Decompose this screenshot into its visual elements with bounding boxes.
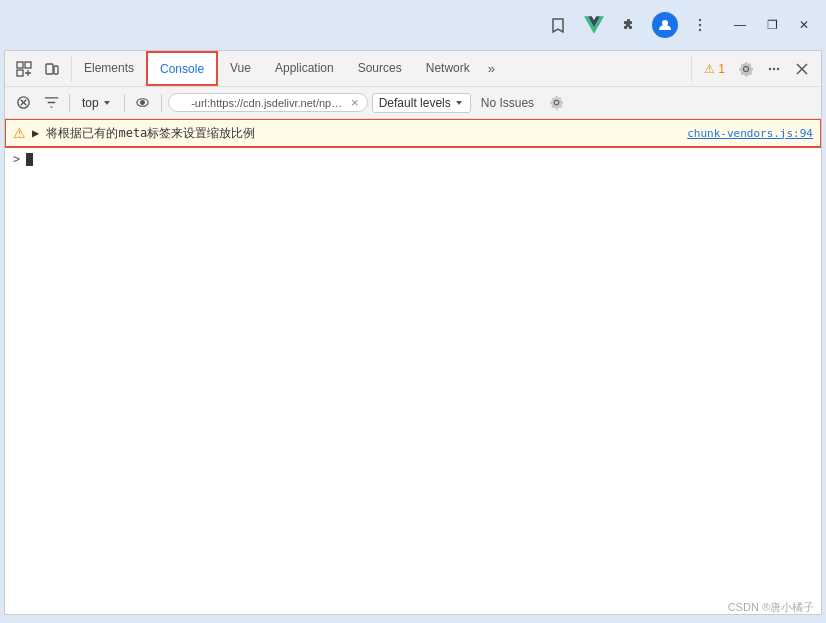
warning-source-link[interactable]: chunk-vendors.js:94 bbox=[687, 127, 813, 140]
warning-count: 1 bbox=[718, 62, 725, 76]
warning-icon: ⚠ bbox=[13, 125, 26, 141]
settings-icon[interactable] bbox=[733, 56, 759, 82]
toolbar-divider-2 bbox=[124, 94, 125, 112]
watermark: CSDN ®唐小橘子 bbox=[728, 600, 814, 615]
clear-console-icon[interactable] bbox=[11, 91, 35, 115]
tab-bar-right: ⚠ 1 bbox=[691, 56, 821, 82]
svg-rect-5 bbox=[25, 62, 31, 68]
levels-label: Default levels bbox=[379, 96, 451, 110]
more-tabs-button[interactable]: » bbox=[482, 51, 501, 86]
tab-elements[interactable]: Elements bbox=[72, 51, 146, 86]
context-dropdown[interactable]: top bbox=[76, 94, 118, 112]
eye-icon[interactable] bbox=[131, 91, 155, 115]
svg-point-2 bbox=[699, 24, 701, 26]
console-content: ⚠ ▶ 将根据已有的meta标签来设置缩放比例 chunk-vendors.js… bbox=[5, 119, 821, 614]
tab-bar-left-icons bbox=[5, 56, 72, 82]
minimize-button[interactable]: — bbox=[726, 11, 754, 39]
window-controls: — ❐ ✕ bbox=[726, 11, 818, 39]
input-cursor[interactable] bbox=[26, 153, 33, 166]
tab-vue[interactable]: Vue bbox=[218, 51, 263, 86]
svg-point-11 bbox=[777, 67, 779, 69]
inspect-element-icon[interactable] bbox=[11, 56, 37, 82]
close-button[interactable]: ✕ bbox=[790, 11, 818, 39]
svg-point-1 bbox=[699, 19, 701, 21]
title-bar-icons bbox=[544, 11, 714, 39]
filter-chip[interactable]: -url:https://cdn.jsdelivr.net/npm/vu × bbox=[168, 93, 368, 112]
no-issues-label: No Issues bbox=[475, 96, 540, 110]
svg-rect-6 bbox=[17, 70, 23, 76]
warning-triangle-icon: ⚠ bbox=[704, 62, 715, 76]
filter-text: -url:https://cdn.jsdelivr.net/npm/vu bbox=[191, 97, 347, 109]
toolbar-divider-1 bbox=[69, 94, 70, 112]
filter-chip-close-icon[interactable]: × bbox=[351, 95, 359, 110]
devtools-close-icon[interactable] bbox=[789, 56, 815, 82]
warning-badge[interactable]: ⚠ 1 bbox=[698, 60, 731, 78]
filter-icon[interactable] bbox=[39, 91, 63, 115]
device-toolbar-icon[interactable] bbox=[39, 56, 65, 82]
warning-message[interactable]: ▶ 将根据已有的meta标签来设置缩放比例 bbox=[32, 125, 681, 142]
tabs-container: Elements Console Vue Application Sources… bbox=[72, 51, 691, 86]
more-menu-icon[interactable] bbox=[686, 11, 714, 39]
issues-settings-icon[interactable] bbox=[544, 91, 568, 115]
tab-sources[interactable]: Sources bbox=[346, 51, 414, 86]
top-label: top bbox=[82, 96, 99, 110]
levels-chevron-icon bbox=[454, 98, 464, 108]
warning-row: ⚠ ▶ 将根据已有的meta标签来设置缩放比例 chunk-vendors.js… bbox=[5, 119, 821, 147]
svg-point-3 bbox=[699, 29, 701, 31]
console-toolbar: top -url:https://cdn.jsdelivr.net/npm/vu… bbox=[5, 87, 821, 119]
input-prompt-icon: > bbox=[13, 152, 20, 166]
extension-icon[interactable] bbox=[616, 11, 644, 39]
svg-point-9 bbox=[769, 67, 771, 69]
svg-point-18 bbox=[141, 101, 145, 105]
chevron-down-icon bbox=[102, 98, 112, 108]
profile-icon[interactable] bbox=[652, 12, 678, 38]
toolbar-divider-3 bbox=[161, 94, 162, 112]
console-input-line: > bbox=[5, 147, 821, 171]
bookmark-icon[interactable] bbox=[544, 11, 572, 39]
filter-chip-icon bbox=[177, 97, 187, 108]
levels-dropdown[interactable]: Default levels bbox=[372, 93, 471, 113]
svg-rect-4 bbox=[17, 62, 23, 68]
devtools-panel: Elements Console Vue Application Sources… bbox=[4, 50, 822, 615]
title-bar: — ❐ ✕ bbox=[0, 0, 826, 50]
vue-icon[interactable] bbox=[580, 11, 608, 39]
tab-console[interactable]: Console bbox=[146, 51, 218, 86]
svg-point-10 bbox=[773, 67, 775, 69]
svg-rect-8 bbox=[54, 66, 58, 74]
tab-network[interactable]: Network bbox=[414, 51, 482, 86]
tab-application[interactable]: Application bbox=[263, 51, 346, 86]
maximize-button[interactable]: ❐ bbox=[758, 11, 786, 39]
tab-bar: Elements Console Vue Application Sources… bbox=[5, 51, 821, 87]
more-options-icon[interactable] bbox=[761, 56, 787, 82]
svg-rect-7 bbox=[46, 64, 53, 74]
